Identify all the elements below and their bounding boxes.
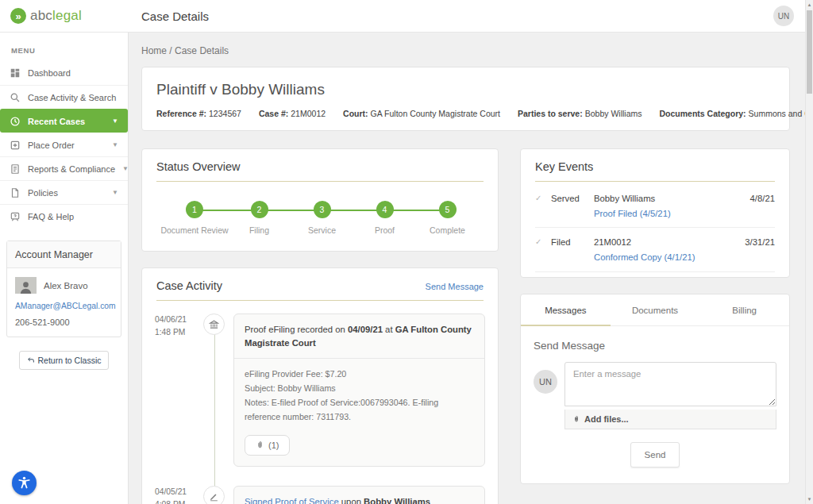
send-button[interactable]: Send	[630, 442, 680, 467]
breadcrumb-current: Case Details	[175, 45, 229, 56]
step-service: 3 Service	[291, 201, 353, 235]
key-events-title: Key Events	[521, 149, 789, 173]
page: » abclegal Case Details UN MENU Dashboar…	[0, 0, 813, 504]
help-icon	[10, 211, 21, 222]
chevron-down-icon: ▼	[112, 117, 118, 125]
messages-panel: Messages Documents Billing Send Message …	[520, 294, 790, 484]
key-event-label: Filed	[551, 237, 594, 247]
step-document-review: 1 Document Review	[161, 201, 228, 235]
dashboard-icon	[10, 67, 21, 79]
status-overview-title: Status Overview	[142, 149, 498, 173]
plus-square-icon	[10, 140, 21, 151]
sidebar-item-case-activity-search[interactable]: Case Activity & Search	[0, 85, 128, 109]
sidebar-item-dashboard[interactable]: Dashboard	[0, 61, 128, 85]
case-title: Plaintiff v Bobby Williams	[156, 81, 775, 98]
key-event-row: ✓ Filed 21M0012 Conformed Copy (4/1/21) …	[535, 228, 775, 271]
tab-bar: Messages Documents Billing	[521, 294, 789, 326]
topbar: » abclegal Case Details UN	[0, 0, 805, 33]
add-files-button[interactable]: Add files...	[564, 410, 776, 429]
check-icon: ✓	[535, 237, 551, 246]
status-stepper: 1 Document Review 2 Filing 3 Service	[161, 201, 479, 235]
activity-card: Proof eFiling recorded on 04/09/21 at GA…	[233, 314, 485, 467]
account-manager-title: Account Manager	[7, 241, 121, 268]
sidebar-item-faq-help[interactable]: FAQ & Help	[0, 204, 128, 228]
send-message-title: Send Message	[534, 340, 776, 352]
activity-timestamp: 04/06/21 1:48 PM	[155, 314, 195, 467]
chevron-down-icon: ▼	[122, 165, 129, 172]
key-event-date: 4/8/21	[750, 193, 775, 203]
message-input[interactable]	[564, 362, 776, 406]
account-manager-card: Account Manager Alex Bravo AManager@ABCL…	[6, 240, 121, 337]
case-activity-panel: Case Activity Send Message 04/06/21 1:48…	[141, 267, 499, 504]
step-complete: 5 Complete	[416, 201, 479, 235]
return-to-classic-button[interactable]: Return to Classic	[19, 351, 110, 370]
search-icon	[10, 92, 21, 103]
sidebar-item-policies[interactable]: Policies ▼	[0, 180, 128, 204]
chevron-down-icon: ▼	[112, 189, 118, 196]
step-filing: 2 Filing	[228, 201, 291, 235]
case-meta-reference: Reference #:1234567	[156, 109, 241, 118]
sidebar-item-recent-cases[interactable]: Recent Cases ▼	[0, 109, 128, 133]
activity-timestamp: 04/05/21 4:08 PM	[155, 486, 195, 504]
policy-file-icon	[10, 187, 21, 198]
accessibility-button[interactable]	[12, 471, 37, 495]
breadcrumb-home-link[interactable]: Home	[141, 45, 167, 56]
paperclip-icon	[572, 415, 580, 423]
scroll-up-arrow-icon[interactable]: ▲	[806, 0, 813, 10]
sidebar-item-label: Policies	[28, 188, 58, 198]
attachment-chip[interactable]: (1)	[245, 435, 290, 456]
chevron-down-icon: ▼	[112, 141, 118, 148]
sidebar-item-place-order[interactable]: Place Order ▼	[0, 133, 128, 156]
sidebar-item-label: Dashboard	[28, 68, 71, 78]
sidebar-item-label: Reports & Compliance	[28, 164, 115, 174]
proof-filed-link[interactable]: Proof Filed (4/5/21)	[594, 208, 671, 220]
tab-documents[interactable]: Documents	[611, 294, 700, 325]
case-header-panel: Plaintiff v Bobby Williams Reference #:1…	[141, 67, 790, 131]
activity-card-title: Proof eFiling recorded on 04/09/21 at GA…	[234, 314, 484, 359]
return-arrow-icon	[27, 356, 35, 364]
paperclip-icon	[256, 441, 264, 449]
account-manager-email-link[interactable]: AManager@ABCLegal.com	[15, 302, 113, 310]
key-event-subject: Bobby Williams	[594, 194, 655, 203]
brand-logo[interactable]: » abclegal	[0, 8, 129, 24]
conformed-copy-link[interactable]: Conformed Copy (4/1/21)	[594, 252, 695, 264]
account-manager-photo	[15, 277, 37, 294]
sidebar: MENU Dashboard Case Activity & Search Re…	[0, 33, 129, 504]
case-meta-case-number: Case #:21M0012	[259, 109, 326, 118]
activity-entry: 04/06/21 1:48 PM Proof eFiling recorded …	[155, 314, 485, 467]
activity-entry: 04/05/21 4:08 PM Signed Proof of Service…	[155, 486, 485, 504]
case-meta-documents-category: Documents Category:Summons and Complaint	[659, 109, 805, 118]
activity-card-details: eFiling Provider Fee: $7.20 Subject: Bob…	[234, 359, 484, 426]
sidebar-item-reports-compliance[interactable]: Reports & Compliance ▼	[0, 156, 128, 180]
check-icon: ✓	[535, 193, 551, 202]
sidebar-item-label: Recent Cases	[28, 117, 85, 126]
report-document-icon	[10, 164, 21, 175]
case-activity-title: Case Activity	[156, 279, 222, 292]
sidebar-item-label: FAQ & Help	[28, 212, 74, 221]
activity-card: Signed Proof of Service upon Bobby Willi…	[233, 486, 485, 504]
tab-messages[interactable]: Messages	[521, 294, 611, 325]
account-manager-phone: 206-521-9000	[15, 317, 113, 327]
key-event-label: Served	[551, 193, 594, 203]
courthouse-icon	[203, 314, 225, 335]
page-title: Case Details	[141, 10, 209, 23]
account-manager-name: Alex Bravo	[44, 281, 88, 290]
signed-proof-link[interactable]: Signed Proof of Service	[245, 497, 339, 504]
vertical-scrollbar[interactable]: ▲ ▼	[805, 0, 813, 504]
scrollbar-thumb[interactable]	[807, 10, 812, 94]
brand-wordmark: abclegal	[30, 8, 82, 24]
menu-section-label: MENU	[0, 33, 128, 61]
breadcrumb: Home / Case Details	[141, 45, 790, 56]
signature-pen-icon	[203, 486, 225, 504]
clock-history-icon	[10, 116, 21, 127]
case-meta-parties: Parties to serve:Bobby Williams	[518, 109, 642, 118]
scroll-down-arrow-icon[interactable]: ▼	[806, 494, 813, 504]
tab-billing[interactable]: Billing	[699, 294, 789, 325]
send-message-link[interactable]: Send Message	[426, 282, 484, 291]
accessibility-person-icon	[17, 475, 32, 491]
user-avatar[interactable]: UN	[773, 6, 794, 26]
case-meta-court: Court:GA Fulton County Magistrate Court	[343, 109, 500, 118]
step-proof: 4 Proof	[353, 201, 416, 235]
sidebar-item-label: Place Order	[28, 140, 75, 150]
key-event-date: 3/31/21	[745, 237, 775, 247]
